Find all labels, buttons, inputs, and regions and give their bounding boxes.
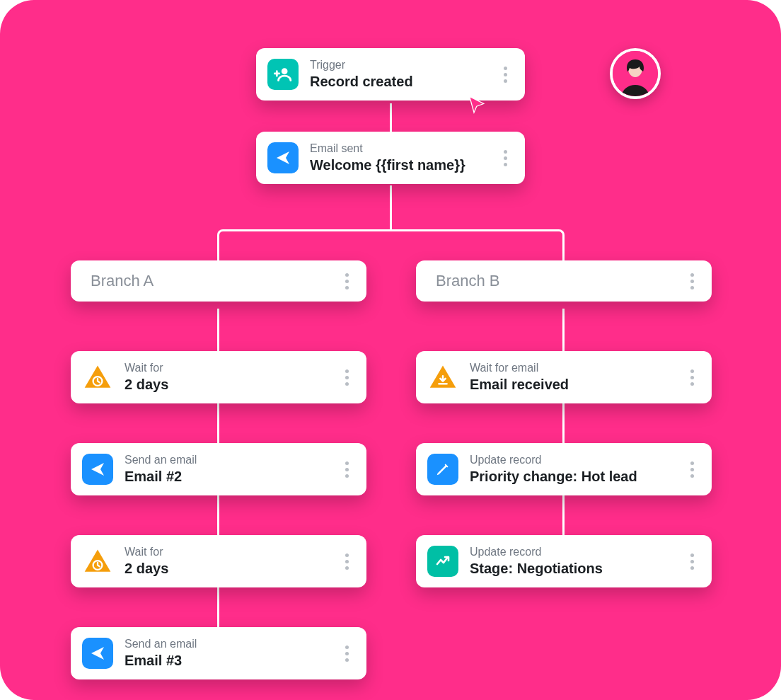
connector-line [562, 495, 565, 535]
workflow-canvas: Trigger Record created Email sent Welcom… [0, 0, 781, 700]
node-menu-button[interactable] [683, 270, 700, 292]
workflow-node-send-email[interactable]: Send an email Email #3 [71, 627, 366, 679]
workflow-node-wait[interactable]: Wait for 2 days [71, 351, 366, 403]
node-label: Send an email [125, 453, 327, 466]
collaborator-avatar[interactable] [610, 48, 661, 99]
node-label: Wait for [125, 545, 327, 558]
connector-line [217, 309, 219, 351]
connector-line [217, 403, 219, 443]
node-menu-button[interactable] [338, 551, 355, 572]
node-label: Trigger [310, 58, 485, 71]
wait-clock-icon [82, 362, 113, 393]
workflow-node-update-record[interactable]: Update record Priority change: Hot lead [416, 443, 712, 495]
node-menu-button[interactable] [338, 367, 355, 388]
send-icon [267, 142, 299, 173]
node-title: Record created [310, 73, 485, 91]
connector-split [217, 229, 565, 260]
workflow-node-wait-email[interactable]: Wait for email Email received [416, 351, 712, 403]
node-menu-button[interactable] [683, 367, 700, 388]
node-label: Wait for [125, 361, 327, 374]
node-menu-button[interactable] [338, 459, 355, 480]
node-title: Welcome {{first name}} [310, 156, 485, 174]
branch-title: Branch B [436, 271, 672, 291]
workflow-node-send-email[interactable]: Send an email Email #2 [71, 443, 366, 495]
workflow-node-update-record[interactable]: Update record Stage: Negotiations [416, 535, 712, 587]
node-menu-button[interactable] [683, 551, 700, 572]
workflow-node-wait[interactable]: Wait for 2 days [71, 535, 366, 587]
wait-clock-icon [82, 546, 113, 577]
node-label: Update record [470, 545, 672, 558]
node-menu-button[interactable] [338, 270, 355, 292]
node-menu-button[interactable] [338, 643, 355, 664]
node-title: Email #2 [125, 468, 327, 486]
trend-icon [427, 546, 458, 577]
send-icon [82, 454, 113, 485]
connector-line [217, 495, 219, 535]
connector-line [390, 103, 392, 132]
workflow-node-email-sent[interactable]: Email sent Welcome {{first name}} [256, 132, 525, 184]
wait-download-icon [427, 362, 458, 393]
node-label: Email sent [310, 142, 485, 155]
node-title: 2 days [125, 376, 327, 394]
edit-icon [427, 454, 458, 485]
node-menu-button[interactable] [497, 147, 514, 168]
workflow-branch-a-header[interactable]: Branch A [71, 260, 366, 302]
send-icon [82, 638, 113, 669]
connector-line [390, 185, 392, 229]
node-title: Email received [470, 376, 672, 394]
connector-line [217, 587, 219, 627]
person-add-icon [267, 59, 299, 90]
node-label: Update record [470, 453, 672, 466]
node-menu-button[interactable] [683, 459, 700, 480]
node-title: 2 days [125, 560, 327, 578]
node-label: Send an email [125, 637, 327, 650]
node-title: Priority change: Hot lead [470, 468, 672, 486]
node-title: Email #3 [125, 652, 327, 670]
connector-line [562, 309, 565, 351]
node-label: Wait for email [470, 361, 672, 374]
node-title: Stage: Negotiations [470, 560, 672, 578]
workflow-branch-b-header[interactable]: Branch B [416, 260, 712, 302]
svg-point-1 [282, 68, 288, 74]
workflow-node-trigger[interactable]: Trigger Record created [256, 48, 525, 101]
branch-title: Branch A [91, 271, 327, 291]
connector-line [562, 403, 565, 443]
node-menu-button[interactable] [497, 64, 514, 85]
